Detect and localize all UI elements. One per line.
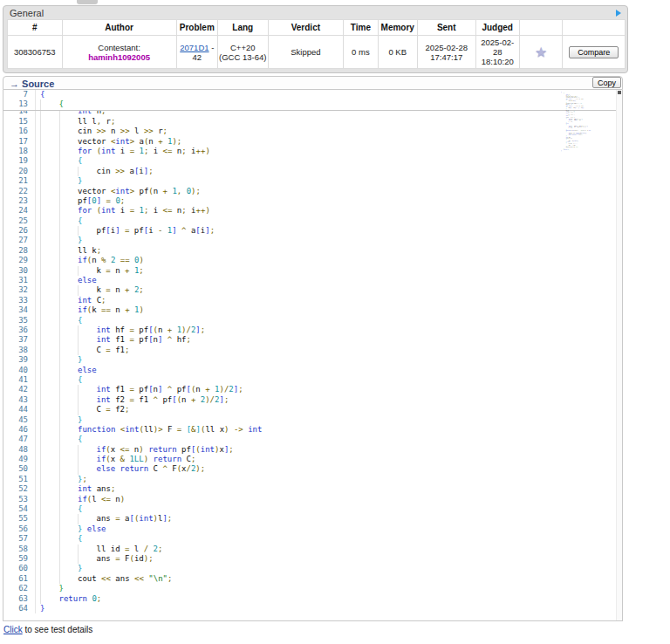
indent-guide: [59, 256, 79, 265]
line-number: 51: [3, 475, 36, 484]
code-line: 20cin >> a[i];: [3, 167, 622, 176]
code-line: 26pf[i] = pf[i - 1] ^ a[i];: [3, 226, 622, 236]
code-scrollbar[interactable]: [616, 90, 622, 620]
line-number: 29: [3, 256, 36, 265]
code-line: 59ans = F(id);: [3, 554, 622, 564]
line-number: 17: [3, 137, 36, 147]
line-number: 53: [3, 495, 36, 504]
favorite-star-icon[interactable]: ★: [535, 45, 547, 59]
indent-guide: [59, 385, 79, 394]
line-number: 59: [3, 554, 36, 564]
code-line: 28ll k;: [3, 246, 622, 256]
line-number: 22: [3, 187, 36, 196]
indent-guide: [40, 346, 59, 355]
indent-guide: [59, 564, 79, 573]
code-line: 44C = f2;: [3, 405, 622, 414]
code-line: 64}: [3, 604, 622, 613]
indent-guide: [40, 355, 59, 365]
code-line: 17vector <int> a(n + 1);: [3, 137, 622, 147]
indent-guide: [40, 425, 59, 435]
code-line: 27}: [3, 236, 622, 245]
indent-guide: [59, 117, 79, 127]
submission-table: # Author Problem Lang Verdict Time Memor…: [7, 19, 626, 69]
indent-guide: [78, 545, 97, 554]
indent-guide: [59, 366, 79, 375]
code-line: 22vector <int> pf(n + 1, 0);: [3, 187, 622, 196]
indent-guide: [59, 127, 79, 136]
code-line: 43int f2 = f1 ^ pf[(n + 2)/2];: [3, 395, 622, 405]
line-number: 13: [3, 99, 36, 109]
col-star: [519, 20, 562, 36]
code-line: 51};: [3, 475, 622, 484]
indent-guide: [40, 415, 59, 425]
line-number: 62: [3, 584, 36, 593]
code-line: 52int ans;: [3, 484, 622, 494]
code-clip: 14int n;15ll l, r;16cin >> n >> l >> r;1…: [3, 111, 622, 614]
code-viewer[interactable]: 7{13{ 14int n;15ll l, r;16cin >> n >> l …: [3, 90, 623, 621]
col-lang: Lang: [218, 20, 268, 36]
code-line: 29if(n % 2 == 0): [3, 256, 622, 265]
indent-guide: [78, 455, 97, 464]
line-number: 24: [3, 206, 36, 216]
line-number: 14: [3, 111, 36, 117]
judged-time: 18:10:20: [477, 57, 518, 66]
indent-guide: [40, 325, 59, 335]
line-number: 41: [3, 375, 36, 385]
indent-guide: [40, 445, 59, 455]
problem-link[interactable]: 2071D1: [180, 43, 209, 52]
code-line: 40else: [3, 366, 622, 375]
indent-guide: [59, 574, 79, 584]
indent-guide: [59, 305, 79, 315]
code-line: 21}: [3, 176, 622, 186]
indent-guide: [40, 236, 59, 245]
col-author: Author: [62, 20, 176, 36]
indent-guide: [59, 464, 79, 474]
indent-guide: [78, 514, 97, 524]
copy-button[interactable]: Copy: [592, 77, 621, 88]
line-number: 42: [3, 385, 36, 394]
col-problem: Problem: [176, 20, 217, 36]
judged-cell: 2025-02-28 18:10:20: [475, 36, 519, 69]
code-line: 63return 0;: [3, 594, 622, 604]
indent-guide: [40, 147, 59, 156]
indent-guide: [40, 405, 59, 414]
indent-guide: [59, 276, 79, 285]
code-sticky: 7{13{: [3, 90, 622, 110]
indent-guide: [59, 455, 79, 464]
code-line: 56} else: [3, 524, 622, 534]
line-number: 47: [3, 435, 36, 444]
indent-guide: [59, 445, 79, 455]
line-number: 37: [3, 335, 36, 345]
code-line: 19{: [3, 156, 622, 166]
author-prefix: Contestant:: [64, 43, 175, 52]
author-handle-link[interactable]: haminh1092005: [88, 52, 150, 62]
code-line: 13{: [3, 99, 622, 109]
line-number: 60: [3, 564, 36, 573]
indent-guide: [59, 206, 79, 216]
expand-arrow-icon[interactable]: [616, 10, 621, 17]
indent-guide: [40, 196, 59, 206]
author-cell: Contestant: haminh1092005: [62, 36, 176, 69]
indent-guide: [59, 425, 79, 435]
line-number: 23: [3, 196, 36, 206]
indent-guide: [59, 475, 79, 484]
code-line: 30k = n + 1;: [3, 266, 622, 276]
lang-cell: C++20 (GCC 13-64): [218, 36, 268, 69]
indent-guide: [59, 415, 79, 425]
code-line: 42int f1 = pf[n] ^ pf[(n + 1)/2];: [3, 385, 622, 394]
indent-guide: [59, 296, 79, 305]
indent-guide: [78, 464, 97, 474]
code-line: 53if(l <= n): [3, 495, 622, 504]
line-number: 27: [3, 236, 36, 245]
test-details-link[interactable]: Click: [3, 625, 23, 634]
indent-guide: [40, 127, 59, 136]
scrollbar-thumb[interactable]: [618, 91, 621, 94]
code-line: 55ans = a[(int)l];: [3, 514, 622, 524]
code-line: 36int hf = pf[(n + 1)/2];: [3, 325, 622, 335]
table-header-row: # Author Problem Lang Verdict Time Memor…: [8, 20, 626, 36]
code-line: 37int f1 = pf[n] ^ hf;: [3, 335, 622, 345]
line-number: 7: [3, 90, 36, 99]
indent-guide: [59, 316, 79, 325]
compare-button[interactable]: Compare: [569, 46, 619, 58]
code-line: 45}: [3, 415, 622, 425]
